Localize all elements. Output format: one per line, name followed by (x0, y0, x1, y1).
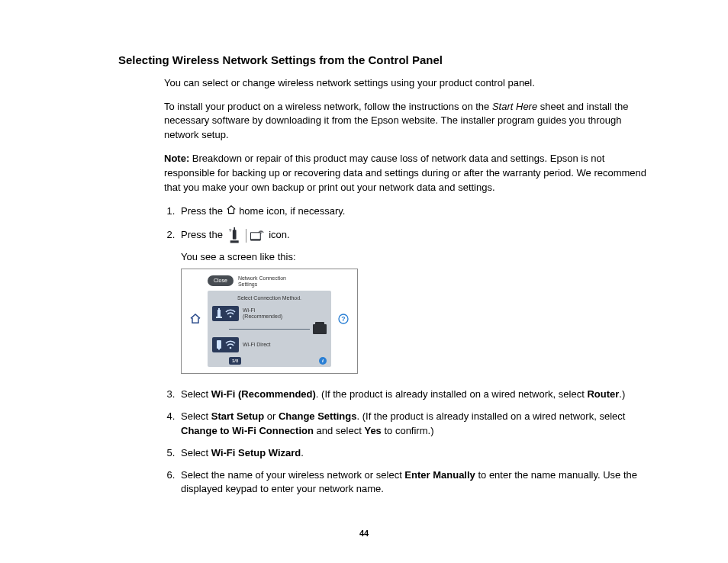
change-settings-label: Change Settings (279, 410, 357, 422)
wifi-recommended-label: Wi-Fi (Recommended) (211, 388, 316, 400)
svg-rect-8 (218, 308, 220, 310)
separator (246, 229, 246, 243)
option-label: Wi-Fi Direct (243, 342, 271, 348)
enter-manually-label: Enter Manually (404, 469, 475, 481)
start-here-reference: Start Here (492, 101, 537, 112)
text: (Recommended) (243, 314, 282, 319)
text: . (If the product is already installed o… (356, 410, 625, 422)
page-number: 44 (0, 528, 728, 540)
text: . (If the product is already installed o… (316, 388, 588, 400)
option-label: Wi-Fi (Recommended) (243, 307, 282, 319)
text: Select (181, 410, 211, 422)
home-icon (226, 204, 237, 220)
lcd-screenshot-figure: Close Network Connection Settings Select… (181, 269, 358, 374)
svg-point-10 (230, 315, 232, 317)
svg-point-6 (260, 232, 261, 233)
figure-home-icon (189, 313, 201, 330)
svg-point-13 (230, 346, 232, 349)
info-icon[interactable]: i (319, 357, 327, 365)
text: Select (181, 447, 211, 458)
step-1: Press the home icon, if necessary. (178, 204, 648, 220)
intro-paragraph-2: To install your product on a wireless ne… (164, 100, 648, 143)
wifi-tile-icon (212, 306, 239, 321)
wifi-setup-wizard-label: Wi-Fi Setup Wizard (211, 447, 301, 458)
svg-rect-9 (216, 317, 222, 318)
text: to confirm.) (382, 425, 434, 436)
svg-rect-0 (232, 230, 236, 240)
text: Select (181, 388, 211, 400)
step-6: Select the name of your wireless network… (178, 468, 648, 497)
printer-icon (313, 324, 327, 334)
figure-center-panel: Close Network Connection Settings Select… (208, 275, 331, 367)
text: To install your product on a wireless ne… (164, 101, 492, 112)
body-content: You can select or change wireless networ… (164, 76, 648, 497)
text: Select the name of your wireless network… (181, 469, 404, 481)
figure-card: Select Connection Method. (208, 291, 331, 367)
figure-title: Network Connection Settings (238, 275, 286, 288)
svg-rect-12 (218, 349, 220, 350)
text: home icon, if necessary. (237, 205, 346, 217)
start-setup-label: Start Setup (211, 410, 264, 422)
svg-point-2 (229, 230, 230, 231)
text: Wi-Fi (243, 307, 255, 313)
svg-rect-1 (234, 227, 235, 230)
change-to-wifi-label: Change to Wi-Fi Connection (181, 425, 314, 436)
figure-header: Close Network Connection Settings (208, 275, 331, 288)
svg-rect-4 (250, 232, 260, 240)
step-2-sub: You see a screen like this: (181, 250, 648, 265)
svg-rect-5 (250, 239, 260, 240)
text: . (301, 447, 304, 458)
svg-rect-3 (230, 240, 238, 243)
close-button[interactable]: Close (208, 275, 234, 286)
intro-paragraph-1: You can select or change wireless networ… (164, 76, 648, 91)
step-5: Select Wi-Fi Setup Wizard. (178, 446, 648, 461)
steps-list: Press the home icon, if necessary. Press… (164, 204, 648, 497)
text: and select (314, 425, 365, 436)
text: Press the (181, 205, 226, 217)
pager-badge: 3/8 (229, 357, 241, 365)
note-label: Note: (164, 153, 189, 164)
help-icon[interactable]: ? (337, 313, 350, 330)
step-4: Select Start Setup or Change Settings. (… (178, 410, 648, 439)
svg-rect-7 (217, 310, 221, 317)
network-status-icon (227, 227, 265, 244)
document-page: Selecting Wireless Network Settings from… (0, 0, 728, 497)
text: or (264, 410, 279, 422)
note-body: Breakdown or repair of this product may … (164, 153, 646, 193)
text: .) (619, 388, 625, 400)
note-paragraph: Note: Breakdown or repair of this produc… (164, 152, 648, 195)
yes-label: Yes (364, 425, 381, 436)
step-3: Select Wi-Fi (Recommended). (If the prod… (178, 388, 648, 402)
text: Network Connection (238, 275, 286, 281)
wifi-direct-tile-icon (212, 337, 239, 352)
svg-rect-11 (217, 340, 221, 349)
figure-subhead: Select Connection Method. (212, 294, 327, 302)
text: Press the (181, 229, 226, 240)
section-heading: Selecting Wireless Network Settings from… (118, 52, 648, 69)
svg-text:?: ? (341, 316, 345, 323)
step-2: Press the (178, 227, 648, 375)
text: Settings (238, 282, 257, 287)
wifi-recommended-option[interactable]: Wi-Fi (Recommended) (212, 306, 327, 321)
connector-row (212, 324, 327, 334)
connector-line (229, 329, 310, 330)
text: icon. (266, 229, 290, 240)
router-label: Router (587, 388, 619, 400)
wifi-direct-option[interactable]: Wi-Fi Direct (212, 337, 327, 352)
figure-footer: 3/8 i (212, 357, 327, 365)
